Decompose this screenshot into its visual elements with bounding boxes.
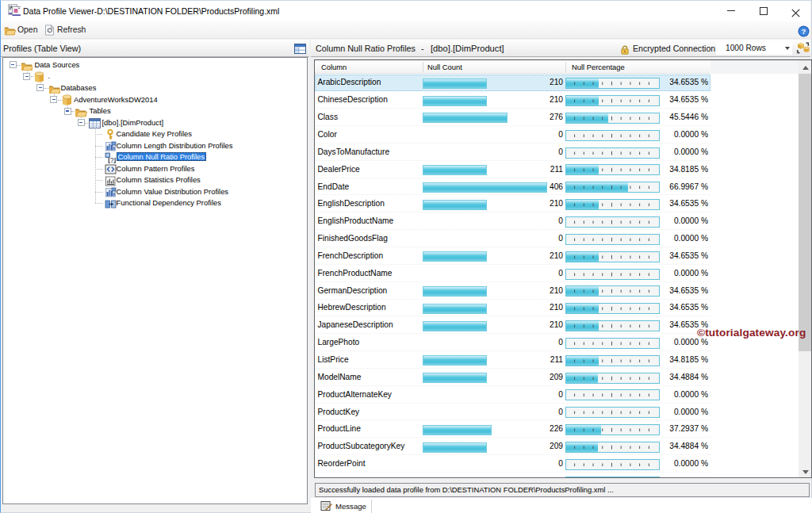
svg-text:?: ? [802,27,806,36]
svg-text:?: ? [109,155,113,163]
